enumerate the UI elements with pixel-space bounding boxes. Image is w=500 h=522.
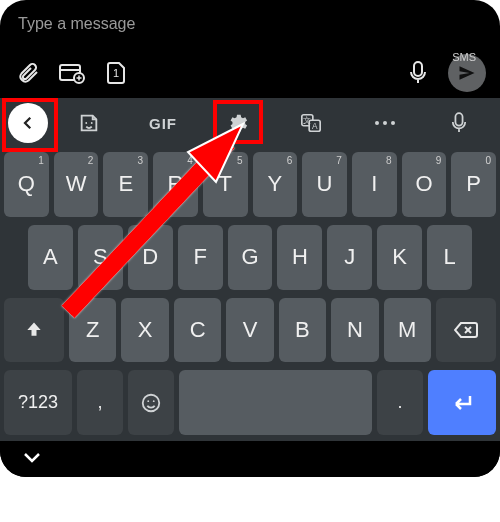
svg-text:A: A — [312, 122, 318, 131]
svg-point-7 — [85, 122, 87, 124]
attachment-toolbar: 1 — [0, 48, 500, 98]
key-f[interactable]: F — [178, 225, 223, 290]
svg-point-14 — [383, 121, 387, 125]
svg-point-19 — [143, 394, 160, 411]
period-key[interactable]: . — [377, 370, 423, 435]
sim-icon[interactable]: 1 — [102, 59, 130, 87]
key-d[interactable]: D — [128, 225, 173, 290]
key-rows: Q1W2E3R4T5Y6U7I8O9P0 ASDFGHJKL ZXCVBNM ?… — [0, 148, 500, 441]
key-p[interactable]: P0 — [451, 152, 496, 217]
translate-icon[interactable]: 文A — [278, 103, 344, 143]
message-input-area[interactable]: Type a message — [0, 0, 500, 48]
nav-bar — [0, 441, 500, 477]
keyboard-mic-icon[interactable] — [426, 103, 492, 143]
key-x[interactable]: X — [121, 298, 168, 363]
svg-point-20 — [147, 400, 149, 402]
key-s[interactable]: S — [78, 225, 123, 290]
key-v[interactable]: V — [226, 298, 273, 363]
comma-key[interactable]: , — [77, 370, 123, 435]
space-key[interactable] — [179, 370, 372, 435]
key-j[interactable]: J — [327, 225, 372, 290]
key-g[interactable]: G — [228, 225, 273, 290]
mic-icon[interactable] — [404, 59, 432, 87]
svg-text:1: 1 — [113, 67, 119, 79]
key-n[interactable]: N — [331, 298, 378, 363]
keyboard: GIF 文A Q1W2E3R4T5Y6U7I8O9P0 ASDFGHJKL ZX… — [0, 98, 500, 441]
annotation-highlight-settings — [213, 100, 263, 144]
enter-key[interactable] — [428, 370, 496, 435]
key-row-3: ZXCVBNM — [4, 298, 496, 363]
key-z[interactable]: Z — [69, 298, 116, 363]
key-row-1: Q1W2E3R4T5Y6U7I8O9P0 — [4, 152, 496, 217]
svg-point-8 — [91, 122, 93, 124]
nav-collapse-icon[interactable] — [22, 450, 42, 468]
key-q[interactable]: Q1 — [4, 152, 49, 217]
svg-point-13 — [375, 121, 379, 125]
emoji-key[interactable] — [128, 370, 174, 435]
below-area — [0, 477, 500, 522]
shift-key[interactable] — [4, 298, 64, 363]
attach-icon[interactable] — [14, 59, 42, 87]
key-r[interactable]: R4 — [153, 152, 198, 217]
sms-label: SMS — [452, 51, 476, 63]
key-h[interactable]: H — [277, 225, 322, 290]
message-placeholder: Type a message — [18, 15, 135, 33]
key-w[interactable]: W2 — [54, 152, 99, 217]
svg-point-21 — [153, 400, 155, 402]
key-b[interactable]: B — [279, 298, 326, 363]
svg-text:文: 文 — [303, 116, 311, 125]
annotation-highlight-back — [2, 98, 58, 152]
key-m[interactable]: M — [384, 298, 431, 363]
symbols-key[interactable]: ?123 — [4, 370, 72, 435]
key-e[interactable]: E3 — [103, 152, 148, 217]
key-row-2: ASDFGHJKL — [4, 225, 496, 290]
card-add-icon[interactable] — [58, 59, 86, 87]
backspace-key[interactable] — [436, 298, 496, 363]
svg-rect-6 — [414, 62, 422, 76]
key-row-4: ?123 , . — [4, 370, 496, 435]
key-a[interactable]: A — [28, 225, 73, 290]
gif-button[interactable]: GIF — [130, 103, 196, 143]
key-u[interactable]: U7 — [302, 152, 347, 217]
key-c[interactable]: C — [174, 298, 221, 363]
svg-rect-16 — [455, 113, 462, 125]
sticker-icon[interactable] — [56, 103, 122, 143]
key-k[interactable]: K — [377, 225, 422, 290]
key-y[interactable]: Y6 — [253, 152, 298, 217]
key-o[interactable]: O9 — [402, 152, 447, 217]
svg-point-15 — [391, 121, 395, 125]
key-i[interactable]: I8 — [352, 152, 397, 217]
phone-frame: Type a message 1 SMS GIF — [0, 0, 500, 477]
key-t[interactable]: T5 — [203, 152, 248, 217]
key-l[interactable]: L — [427, 225, 472, 290]
more-icon[interactable] — [352, 103, 418, 143]
